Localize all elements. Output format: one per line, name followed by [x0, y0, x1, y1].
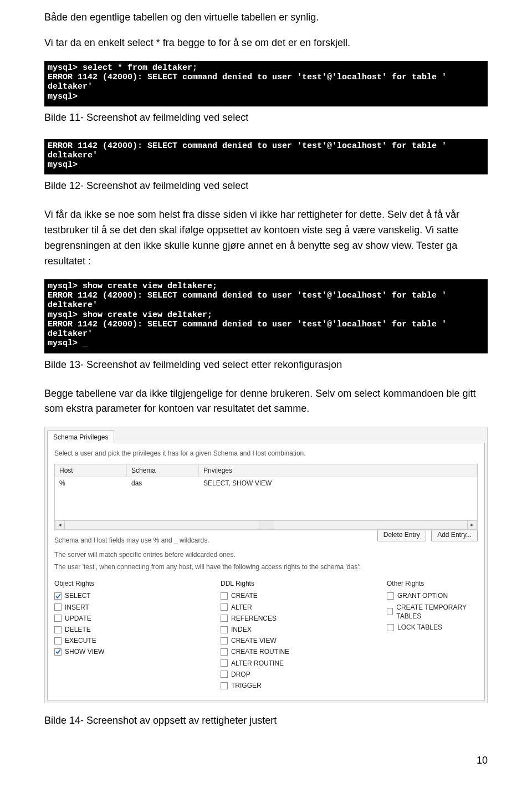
caption-14: Bilde 14- Screenshot av oppsett av retti…	[44, 713, 488, 729]
horiz-scrollbar[interactable]: ◄ ►	[55, 520, 477, 530]
intro-p2: Vi tar da en enkelt select * fra begge t…	[44, 35, 488, 51]
checkbox-label: ALTER	[231, 603, 252, 612]
hint-text: Select a user and pick the privileges it…	[54, 449, 478, 458]
checkbox-row[interactable]: SHOW VIEW	[54, 647, 221, 656]
tab-bar: Schema Privileges	[45, 427, 487, 443]
col-object-rights: SELECTINSERTUPDATEDELETEEXECUTESHOW VIEW	[54, 591, 221, 692]
checkbox-icon[interactable]	[221, 648, 228, 656]
head-other-rights: Other Rights	[387, 579, 478, 588]
checkbox-label: CREATE TEMPORARY TABLES	[396, 603, 478, 621]
col-priv-header[interactable]: Privileges	[199, 464, 477, 477]
add-entry-button[interactable]: Add Entry...	[431, 530, 478, 541]
delete-entry-button[interactable]: Delete Entry	[377, 530, 426, 541]
after-paragraph: Begge tabellene var da ikke tilgjengelig…	[44, 386, 488, 417]
checkbox-label: GRANT OPTION	[397, 591, 448, 600]
tab-schema-privileges[interactable]: Schema Privileges	[47, 430, 114, 443]
checkbox-icon[interactable]	[221, 659, 228, 667]
cell-priv: SELECT, SHOW VIEW	[199, 477, 477, 489]
checkbox-row[interactable]: CREATE	[221, 591, 387, 600]
checkbox-icon[interactable]	[221, 592, 228, 600]
checkbox-label: TRIGGER	[231, 681, 262, 690]
checkbox-row[interactable]: UPDATE	[54, 614, 221, 623]
terminal-1: mysql> select * from deltaker; ERROR 114…	[44, 61, 488, 107]
checkbox-icon[interactable]	[221, 626, 228, 633]
checkbox-label: DELETE	[65, 625, 91, 634]
scroll-thumb[interactable]	[259, 520, 273, 530]
col-other-rights: GRANT OPTIONCREATE TEMPORARY TABLESLOCK …	[387, 591, 478, 692]
col-host-header[interactable]: Host	[55, 464, 127, 477]
checkbox-label: ALTER ROUTINE	[231, 659, 284, 668]
checkbox-label: SELECT	[65, 591, 91, 600]
checkbox-label: REFERENCES	[231, 614, 277, 623]
intro-p1: Både den egentlige tabellen og den virtu…	[44, 10, 488, 25]
cell-host: %	[55, 477, 127, 489]
checkbox-icon[interactable]	[54, 637, 62, 644]
checkbox-icon[interactable]	[221, 671, 228, 678]
checkbox-row[interactable]: ALTER ROUTINE	[221, 659, 387, 668]
scroll-right-icon[interactable]: ►	[467, 520, 477, 530]
checkbox-label: CREATE ROUTINE	[231, 647, 289, 656]
checkbox-icon[interactable]	[387, 624, 394, 631]
checkbox-icon[interactable]	[54, 626, 62, 633]
checkbox-row[interactable]: CREATE VIEW	[221, 636, 387, 645]
checkbox-row[interactable]: TRIGGER	[221, 681, 387, 690]
checkbox-row[interactable]: EXECUTE	[54, 636, 221, 645]
checkbox-icon[interactable]	[221, 682, 228, 689]
checkbox-label: SHOW VIEW	[65, 647, 104, 656]
checkbox-label: LOCK TABLES	[397, 623, 442, 632]
checkbox-row[interactable]: DELETE	[54, 625, 221, 634]
page-number: 10	[44, 742, 488, 769]
caption-13: Bilde 13- Screenshot av feilmelding ved …	[44, 357, 488, 373]
checkbox-row[interactable]: SELECT	[54, 591, 221, 600]
grid-row[interactable]: % das SELECT, SHOW VIEW	[55, 477, 477, 489]
checkbox-row[interactable]: REFERENCES	[221, 614, 387, 623]
checkbox-icon[interactable]	[387, 608, 393, 615]
caption-11: Bilde 11- Screenshot av feilmelding ved …	[44, 110, 488, 126]
checkbox-row[interactable]: ALTER	[221, 603, 387, 612]
checkbox-label: INSERT	[65, 603, 89, 612]
checkbox-row[interactable]: INDEX	[221, 625, 387, 634]
checkbox-row[interactable]: DROP	[221, 670, 387, 679]
head-object-rights: Object Rights	[54, 579, 221, 588]
checkbox-icon[interactable]	[54, 648, 62, 656]
head-ddl-rights: DDL Rights	[221, 579, 387, 588]
checkbox-row[interactable]: INSERT	[54, 603, 221, 612]
checkbox-label: CREATE	[231, 591, 258, 600]
schema-privileges-panel: Schema Privileges Select a user and pick…	[44, 427, 488, 703]
checkbox-icon[interactable]	[387, 592, 394, 600]
checkbox-label: DROP	[231, 670, 250, 679]
checkbox-label: INDEX	[231, 625, 252, 634]
checkbox-icon[interactable]	[221, 637, 228, 644]
checkbox-icon[interactable]	[221, 615, 228, 622]
priv-grid[interactable]: Host Schema Privileges % das SELECT, SHO…	[54, 464, 478, 530]
mid-paragraph: Vi får da ikke se noe som helst fra diss…	[44, 207, 488, 269]
note-2: The server will match specific entries b…	[54, 550, 478, 559]
checkbox-label: CREATE VIEW	[231, 636, 277, 645]
checkbox-icon[interactable]	[54, 592, 62, 600]
checkbox-label: UPDATE	[65, 614, 91, 623]
checkbox-row[interactable]: GRANT OPTION	[387, 591, 478, 600]
checkbox-row[interactable]: CREATE TEMPORARY TABLES	[387, 603, 478, 621]
cell-schema: das	[127, 477, 199, 489]
col-schema-header[interactable]: Schema	[127, 464, 199, 477]
terminal-2: ERROR 1142 (42000): SELECT command denie…	[44, 139, 488, 176]
checkbox-label: EXECUTE	[65, 636, 96, 645]
checkbox-row[interactable]: LOCK TABLES	[387, 623, 478, 632]
caption-12: Bilde 12- Screenshot av feilmelding ved …	[44, 178, 488, 194]
scroll-left-icon[interactable]: ◄	[55, 520, 65, 530]
col-ddl-rights: CREATEALTERREFERENCESINDEXCREATE VIEWCRE…	[221, 591, 387, 692]
priv-desc: The user 'test', when connecting from an…	[54, 562, 478, 571]
terminal-3: mysql> show create view deltakere; ERROR…	[44, 279, 488, 354]
checkbox-icon[interactable]	[54, 603, 62, 611]
checkbox-icon[interactable]	[221, 603, 228, 611]
checkbox-row[interactable]: CREATE ROUTINE	[221, 647, 387, 656]
checkbox-icon[interactable]	[54, 615, 62, 622]
